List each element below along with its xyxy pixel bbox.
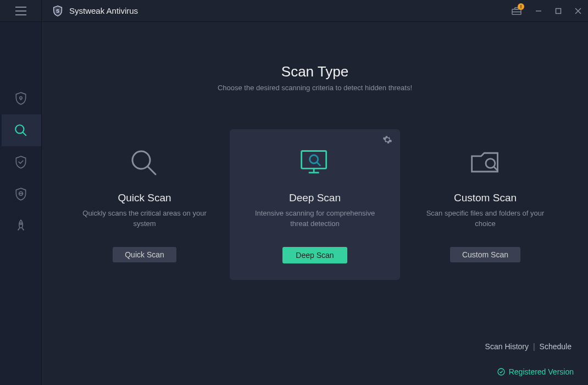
minimize-icon: [535, 8, 542, 14]
activity-button[interactable]: !: [508, 0, 525, 22]
app-shield-icon: S: [52, 5, 64, 17]
svg-text:S: S: [56, 8, 59, 13]
quick-scan-card[interactable]: Quick Scan Quickly scans the critical ar…: [59, 129, 230, 280]
deep-scan-card[interactable]: Deep Scan Intensive scanning for compreh…: [230, 129, 400, 280]
svg-rect-5: [556, 8, 561, 13]
footer-links: Scan History | Schedule: [485, 342, 572, 351]
custom-scan-icon: [410, 145, 561, 182]
close-icon: [575, 8, 581, 14]
sidebar-item-optimize[interactable]: [0, 210, 41, 242]
sidebar: [0, 22, 42, 385]
shield-check-icon: [14, 155, 28, 169]
deep-scan-button[interactable]: Deep Scan: [282, 247, 347, 263]
quick-scan-button[interactable]: Quick Scan: [113, 247, 176, 262]
scan-history-link[interactable]: Scan History: [485, 342, 529, 351]
svg-rect-17: [302, 151, 326, 169]
app-title: Systweak Antivirus: [69, 6, 138, 15]
svg-point-8: [19, 97, 21, 99]
check-circle-icon: [497, 367, 506, 376]
registration-status-text: Registered Version: [509, 367, 574, 376]
notification-badge: !: [518, 3, 524, 10]
window-controls: !: [508, 0, 588, 22]
custom-scan-button[interactable]: Custom Scan: [450, 247, 520, 262]
quick-scan-icon: [69, 145, 220, 182]
magnifier-icon: [128, 147, 161, 180]
sidebar-item-quarantine[interactable]: [0, 146, 41, 178]
main-content: Scan Type Choose the desired scanning cr…: [42, 22, 588, 385]
page-title: Scan Type: [42, 63, 588, 80]
hamburger-icon: [15, 7, 26, 15]
deep-scan-icon: [240, 145, 390, 182]
sidebar-item-protection[interactable]: [0, 82, 41, 114]
svg-point-10: [15, 125, 24, 133]
menu-button[interactable]: [0, 0, 42, 22]
sidebar-item-scan[interactable]: [0, 114, 41, 146]
svg-line-21: [317, 162, 320, 166]
svg-point-14: [20, 223, 21, 224]
svg-line-11: [23, 132, 26, 136]
registration-status: Registered Version: [497, 367, 574, 376]
shield-lock-icon: [14, 91, 28, 106]
app-title-group: S Systweak Antivirus: [42, 5, 138, 17]
quick-scan-title: Quick Scan: [69, 192, 220, 204]
scan-cards: Quick Scan Quickly scans the critical ar…: [42, 129, 588, 280]
page-header: Scan Type Choose the desired scanning cr…: [42, 22, 588, 92]
close-button[interactable]: [568, 0, 588, 22]
rocket-icon: [14, 219, 28, 233]
custom-scan-desc: Scan specific files and folders of your …: [410, 208, 561, 232]
quick-scan-desc: Quickly scans the critical areas on your…: [69, 208, 220, 232]
minimize-button[interactable]: [529, 0, 548, 22]
schedule-link[interactable]: Schedule: [540, 342, 572, 351]
page-subtitle: Choose the desired scanning criteria to …: [42, 84, 588, 92]
maximize-icon: [555, 8, 562, 14]
custom-scan-title: Custom Scan: [410, 192, 561, 204]
footer-separator: |: [533, 342, 535, 351]
folder-search-icon: [469, 147, 502, 180]
deep-scan-title: Deep Scan: [240, 192, 390, 204]
titlebar: S Systweak Antivirus !: [0, 0, 588, 22]
custom-scan-card[interactable]: Custom Scan Scan specific files and fold…: [400, 129, 570, 280]
deep-scan-desc: Intensive scanning for comprehensive thr…: [240, 208, 390, 232]
search-icon: [14, 123, 28, 138]
svg-line-16: [148, 167, 156, 174]
sidebar-item-web[interactable]: [0, 178, 41, 210]
svg-point-24: [498, 369, 504, 375]
monitor-search-icon: [298, 147, 331, 180]
gear-icon[interactable]: [382, 135, 392, 145]
shield-e-icon: [14, 187, 28, 201]
maximize-button[interactable]: [548, 0, 568, 22]
